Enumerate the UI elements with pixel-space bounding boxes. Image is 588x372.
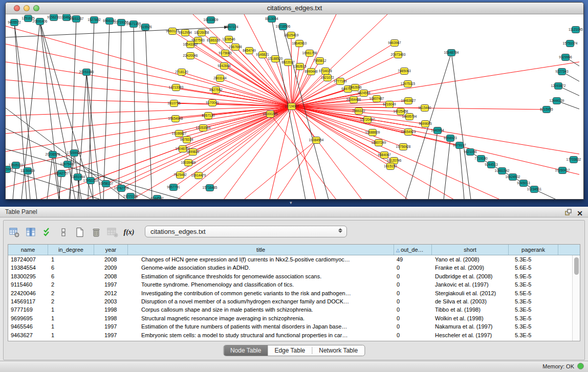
cell-short[interactable]: Franke et al. (2009)	[432, 264, 509, 272]
cell-short[interactable]: Wolkin et al. (1998)	[432, 314, 509, 322]
column-header-in-degree[interactable]: in_degree	[48, 245, 94, 255]
graph-node[interactable]: 9499822	[186, 149, 200, 156]
table-selector[interactable]: citations_edges.txt	[145, 226, 347, 237]
function-builder-button[interactable]: f(x)	[122, 226, 136, 239]
cell-out-degree[interactable]: 0	[394, 297, 432, 305]
graph-node[interactable]: 7485063	[398, 68, 411, 75]
cell-in-degree[interactable]: 2	[48, 280, 94, 289]
graph-node[interactable]: 10653267	[69, 16, 84, 23]
graph-node[interactable]: 11156869	[20, 168, 35, 174]
graph-node[interactable]: 16543382	[183, 41, 198, 48]
cell-short[interactable]: Stergiakouli et al. (2012)	[432, 289, 509, 297]
cell-year[interactable]: 2012	[94, 289, 128, 297]
graph-edge[interactable]	[70, 19, 76, 199]
graph-node[interactable]: 18495794	[402, 114, 417, 120]
graph-edge[interactable]	[291, 35, 292, 106]
cell-in-degree[interactable]: 1	[48, 331, 94, 339]
table-row[interactable]: 977716911998Corpus callosum shape and si…	[8, 305, 580, 314]
scrollbar-thumb[interactable]	[574, 257, 579, 275]
cell-title[interactable]: Investigating the contribution of common…	[128, 289, 394, 297]
graph-node[interactable]: 18226058	[194, 30, 209, 36]
graph-edge[interactable]	[119, 23, 121, 199]
cell-name[interactable]: 9699695	[8, 314, 48, 322]
graph-edge[interactable]	[292, 14, 387, 106]
table-row[interactable]: 969969511998Structural magnetic resonanc…	[8, 314, 580, 322]
cell-in-degree[interactable]: 6	[48, 264, 94, 272]
cell-title[interactable]: Corpus callosum shape and size in male p…	[128, 305, 394, 314]
table-settings-button[interactable]	[8, 226, 21, 239]
tab-node-table[interactable]: Node Table	[224, 345, 268, 356]
table-vertical-scrollbar[interactable]	[572, 255, 580, 341]
table-row[interactable]: 1456911722003Disruption of a novel membe…	[8, 297, 580, 305]
tab-network-table[interactable]: Network Table	[312, 345, 364, 356]
table-row[interactable]: 946362711997Embryonic stem cells: a mode…	[8, 331, 580, 339]
graph-edge[interactable]	[28, 171, 30, 199]
column-header-pagerank[interactable]: pagerank	[509, 245, 558, 255]
graph-node[interactable]: 9405572	[8, 19, 21, 26]
table-row[interactable]: 1872400712008Changes of HCN gene express…	[8, 255, 580, 264]
cell-year[interactable]: 1998	[94, 314, 128, 322]
cell-year[interactable]: 1997	[94, 322, 128, 331]
cell-out-degree[interactable]: 0	[394, 314, 432, 322]
cell-out-degree[interactable]: 0	[394, 272, 432, 280]
cell-pagerank[interactable]: 5.3E-5	[509, 305, 558, 314]
graph-edge[interactable]	[277, 140, 316, 199]
graph-node[interactable]: 19756928	[396, 144, 411, 150]
cell-short[interactable]: Jankovic et al. (1997)	[432, 280, 509, 289]
cell-year[interactable]: 2009	[94, 264, 128, 272]
cell-year[interactable]: 1997	[94, 331, 128, 339]
graph-node[interactable]: 8990448	[304, 69, 318, 75]
graph-node[interactable]: 8186328	[207, 37, 220, 44]
graph-node[interactable]: 7986322	[352, 108, 365, 115]
graph-node[interactable]: 7955812	[313, 58, 326, 64]
graph-node[interactable]: 1421072	[321, 75, 334, 81]
graph-node[interactable]: 9170041	[206, 100, 219, 106]
column-header-year[interactable]: year	[94, 245, 128, 255]
graph-node[interactable]: 7625402	[173, 172, 187, 179]
graph-edge[interactable]	[288, 62, 292, 106]
graph-node[interactable]: 9115460	[419, 105, 431, 112]
cell-year[interactable]: 2003	[94, 297, 128, 305]
select-all-rows-button[interactable]	[40, 226, 54, 239]
graph-node[interactable]: 20206576	[46, 151, 60, 158]
cell-in-degree[interactable]: 1	[48, 305, 94, 314]
column-header-title[interactable]: title	[128, 245, 394, 255]
graph-node[interactable]: 1640954	[431, 127, 444, 134]
cell-short[interactable]: Hescheler et al. (1997)	[432, 331, 509, 339]
table-row[interactable]: 946554611997Estimation of the future num…	[8, 322, 580, 331]
graph-node[interactable]: 10807487	[369, 96, 384, 102]
cell-title[interactable]: Embryonic stem cells: a model to study s…	[128, 331, 394, 339]
graph-node[interactable]: 8454749	[243, 48, 256, 54]
cell-in-degree[interactable]: 2	[48, 297, 94, 305]
graph-node[interactable]: 10260417	[555, 167, 570, 174]
graph-node[interactable]: 17952253	[83, 178, 98, 184]
graph-node[interactable]: 8912954	[179, 30, 192, 36]
graph-node[interactable]: 20053346	[79, 69, 94, 76]
cell-in-degree[interactable]: 1	[48, 314, 94, 322]
graph-edge[interactable]	[451, 53, 471, 199]
graph-edge[interactable]	[428, 130, 438, 199]
graph-node[interactable]: 9245013	[517, 180, 530, 187]
graph-node[interactable]: 6379197	[453, 142, 466, 149]
graph-node[interactable]: 20691406	[33, 18, 48, 25]
cell-short[interactable]: Dudbridge et al. (2008)	[432, 272, 509, 280]
graph-edge[interactable]	[244, 140, 316, 199]
graph-edge[interactable]	[190, 56, 292, 106]
column-header-name[interactable]: name	[8, 245, 48, 255]
graph-node[interactable]: 9684067	[378, 152, 391, 159]
cell-out-degree[interactable]: 0	[394, 289, 432, 297]
graph-edge[interactable]	[292, 78, 328, 106]
graph-node[interactable]: 16782759	[114, 185, 129, 192]
column-header-short[interactable]: short	[432, 245, 509, 255]
graph-node[interactable]: 18640910	[292, 40, 307, 47]
graph-edge[interactable]	[180, 106, 292, 175]
cell-year[interactable]: 1997	[94, 280, 128, 289]
cell-out-degree[interactable]: 49	[394, 255, 432, 264]
cell-pagerank[interactable]: 5.3E-5	[509, 322, 558, 331]
table-row[interactable]: 1830029562008Estimation of significance …	[8, 272, 580, 280]
graph-node[interactable]: 8427552	[209, 87, 223, 94]
zoom-window-button[interactable]	[33, 5, 39, 11]
graph-node[interactable]: 9660123	[166, 28, 179, 35]
graph-node[interactable]: 6216049	[383, 101, 396, 108]
graph-node[interactable]: 9329966	[559, 54, 572, 61]
